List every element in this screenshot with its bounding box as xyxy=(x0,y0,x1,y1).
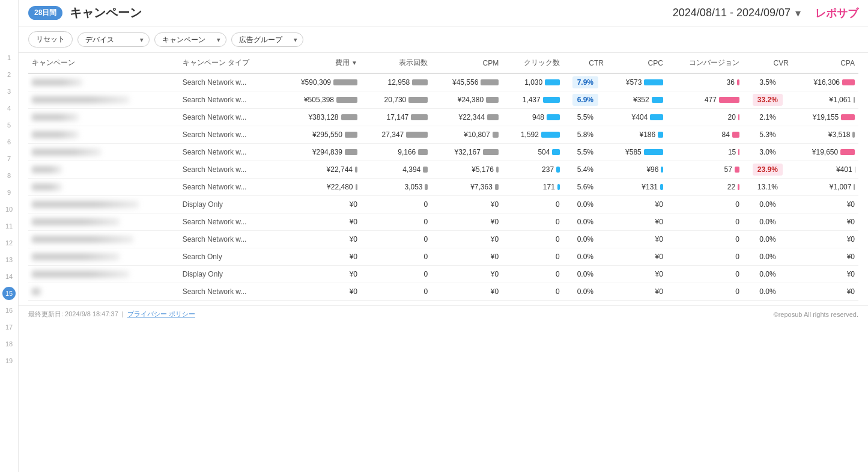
campaign-dropdown[interactable]: キャンペーン xyxy=(154,32,226,47)
col-cost[interactable]: 費用 ▼ xyxy=(277,53,361,73)
conversions-cell: 0 xyxy=(667,213,743,231)
cpm-cell: ¥32,167 xyxy=(431,144,502,161)
filter-bar: リセット デバイス キャンペーン 広告グループ xyxy=(19,26,868,53)
table-row: ██ ████Search Network w...¥22,4803,053¥7… xyxy=(28,179,858,196)
table-body: ████ ██ ████Search Network w...¥590,3091… xyxy=(28,73,858,301)
clicks-cell: 948 xyxy=(502,109,563,126)
impressions-cell: 27,347 xyxy=(361,126,431,144)
ctr-cell: 0.0% xyxy=(563,213,607,231)
campaign-type-cell: Search Only xyxy=(179,248,277,266)
days-badge: 28日間 xyxy=(28,6,62,20)
cpm-cell: ¥5,176 xyxy=(431,161,502,179)
col-cpc: CPC xyxy=(607,53,667,73)
row-number-9: 9 xyxy=(0,184,18,201)
cost-cell: ¥22,744 xyxy=(277,161,361,179)
ctr-cell: 5.5% xyxy=(563,109,607,126)
impressions-cell: 20,730 xyxy=(361,91,431,109)
cpc-cell: ¥585 xyxy=(607,144,667,161)
impressions-cell: 3,053 xyxy=(361,179,431,196)
campaign-type-cell: Search Network w... xyxy=(179,179,277,196)
campaign-name-cell[interactable]: ██████████ xyxy=(28,126,179,144)
campaign-name-cell[interactable]: ████████ ██████████ ████ xyxy=(28,196,179,213)
cvr-cell: 13.1% xyxy=(743,179,792,196)
cpc-cell: ¥96 xyxy=(607,161,667,179)
clicks-cell: 504 xyxy=(502,144,563,161)
col-ctr: CTR xyxy=(563,53,607,73)
clicks-cell: 1,592 xyxy=(502,126,563,144)
page-title: キャンペーン xyxy=(70,5,665,21)
cvr-cell: 0.0% xyxy=(743,283,792,301)
cpa-cell: ¥1,061 xyxy=(792,91,858,109)
cost-cell: ¥294,839 xyxy=(277,144,361,161)
row-number-12: 12 xyxy=(0,234,18,251)
reset-button[interactable]: リセット xyxy=(28,31,73,48)
cost-cell: ¥383,128 xyxy=(277,109,361,126)
row-number-2: 2 xyxy=(0,66,18,83)
campaign-name-cell[interactable]: ██████ ██████████ ████ xyxy=(28,266,179,283)
campaign-name-cell[interactable]: ██████ ████ ██ Google████ xyxy=(28,231,179,248)
cpc-cell: ¥131 xyxy=(607,179,667,196)
row-number-13: 13 xyxy=(0,251,18,268)
row-number-3: 3 xyxy=(0,83,18,100)
logo-accent: サブ xyxy=(837,7,858,19)
privacy-policy-link[interactable]: プライバシー ポリシー xyxy=(127,310,195,317)
adgroup-dropdown[interactable]: 広告グループ xyxy=(231,32,303,47)
campaign-name-cell[interactable]: ████████ ████ ████████ xyxy=(28,91,179,109)
campaign-name-cell[interactable]: ██████ ████ ████████ xyxy=(28,248,179,266)
cpm-cell: ¥0 xyxy=(431,266,502,283)
table-row: ██████ ████ ████████Search Only¥00¥000.0… xyxy=(28,248,858,266)
conversions-cell: 0 xyxy=(667,283,743,301)
campaign-name-cell[interactable]: ████ ██ ████ xyxy=(28,73,179,91)
row-number-14: 14 xyxy=(0,268,18,285)
cvr-cell: 5.3% xyxy=(743,126,792,144)
ctr-cell: 0.0% xyxy=(563,231,607,248)
ctr-cell: 0.0% xyxy=(563,266,607,283)
impressions-cell: 0 xyxy=(361,248,431,266)
campaign-name-cell[interactable]: ██████████ xyxy=(28,109,179,126)
clicks-cell: 1,030 xyxy=(502,73,563,91)
conversions-cell: 0 xyxy=(667,266,743,283)
cpm-cell: ¥22,344 xyxy=(431,109,502,126)
cvr-cell: 2.1% xyxy=(743,109,792,126)
ctr-cell: 0.0% xyxy=(563,248,607,266)
conversions-cell: 22 xyxy=(667,179,743,196)
campaign-type-cell: Search Network w... xyxy=(179,144,277,161)
cvr-cell: 0.0% xyxy=(743,213,792,231)
impressions-cell: 0 xyxy=(361,196,431,213)
campaign-name-cell[interactable]: ██████ ██ ██████████ xyxy=(28,213,179,231)
campaign-name-cell[interactable]: ██ ████ xyxy=(28,161,179,179)
row-number-1: 1 xyxy=(0,49,18,66)
campaign-name-cell[interactable]: ██ xyxy=(28,283,179,301)
cpa-cell: ¥0 xyxy=(792,248,858,266)
cpc-cell: ¥404 xyxy=(607,109,667,126)
cvr-cell: 23.9% xyxy=(743,161,792,179)
cpm-cell: ¥24,380 xyxy=(431,91,502,109)
table-header: キャンペーン キャンペーン タイプ 費用 ▼ 表示回数 CPM クリック数 CT… xyxy=(28,53,858,73)
device-dropdown[interactable]: デバイス xyxy=(77,32,150,47)
impressions-cell: 12,958 xyxy=(361,73,431,91)
table-row: ██████████Search Network w...¥295,55027,… xyxy=(28,126,858,144)
campaign-name-cell[interactable]: ████████ ██ ████ xyxy=(28,144,179,161)
campaign-name-cell[interactable]: ██ ████ xyxy=(28,179,179,196)
row-number-18: 18 xyxy=(0,336,18,352)
row-number-11: 11 xyxy=(0,218,18,234)
campaign-table-container: キャンペーン キャンペーン タイプ 費用 ▼ 表示回数 CPM クリック数 CT… xyxy=(19,53,868,301)
impressions-cell: 0 xyxy=(361,213,431,231)
conversions-cell: 477 xyxy=(667,91,743,109)
row-number-8: 8 xyxy=(0,167,18,184)
cpm-cell: ¥0 xyxy=(431,283,502,301)
impressions-cell: 0 xyxy=(361,266,431,283)
date-range-chevron-icon[interactable]: ▾ xyxy=(795,7,801,20)
cpa-cell: ¥1,007 xyxy=(792,179,858,196)
clicks-cell: 0 xyxy=(502,266,563,283)
cvr-cell: 0.0% xyxy=(743,231,792,248)
date-range-text: 2024/08/11 - 2024/09/07 xyxy=(673,7,791,19)
impressions-cell: 4,394 xyxy=(361,161,431,179)
cpc-cell: ¥0 xyxy=(607,213,667,231)
adgroup-dropdown-wrapper: 広告グループ xyxy=(231,32,303,47)
ctr-cell: 5.6% xyxy=(563,179,607,196)
col-campaign: キャンペーン xyxy=(28,53,179,73)
row-numbers: 12345678910111213141516171819 xyxy=(0,0,19,472)
campaign-type-cell: Search Network w... xyxy=(179,213,277,231)
conversions-cell: 0 xyxy=(667,248,743,266)
